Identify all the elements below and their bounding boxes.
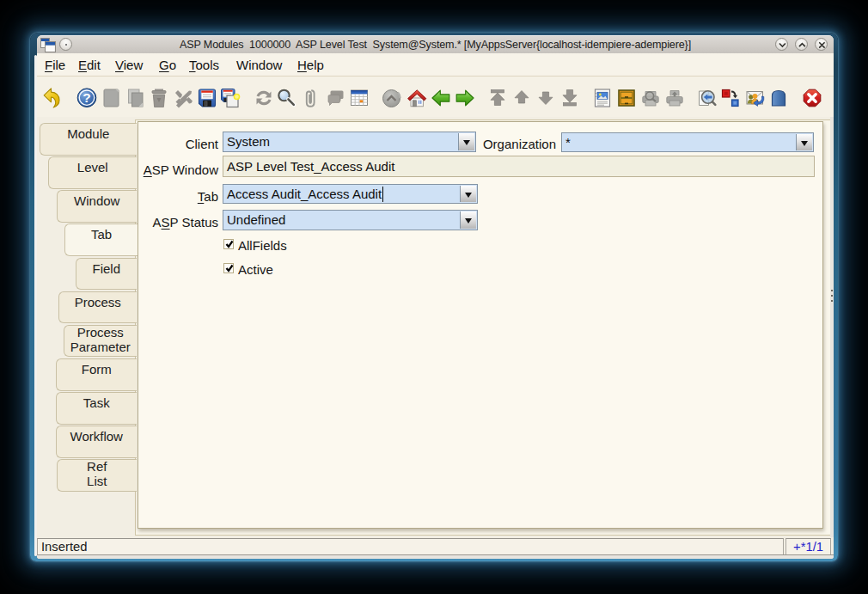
svg-text:?: ?	[83, 90, 90, 105]
